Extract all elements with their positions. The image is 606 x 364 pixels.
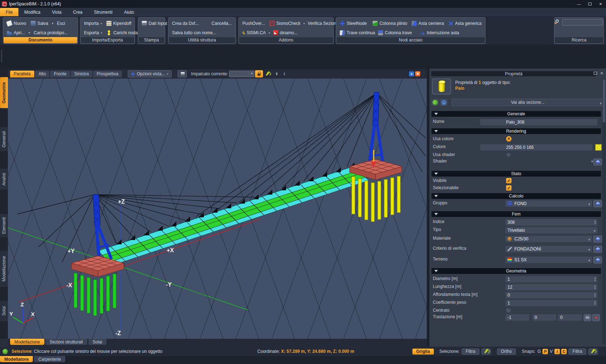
color-swatch[interactable]: [595, 144, 602, 151]
materiale-edit-button[interactable]: [593, 236, 602, 243]
filtra-selezione-button[interactable]: Filtra: [462, 349, 479, 355]
tipo-combo[interactable]: Trivellato▾: [505, 227, 597, 234]
close-view-button[interactable]: ✕: [415, 71, 420, 76]
utilita-group-label[interactable]: Utilità struttura: [169, 37, 235, 43]
gruppo-combo[interactable]: FOND▾: [505, 200, 592, 207]
level-up-icon[interactable]: ⬆: [275, 72, 278, 76]
settings-button[interactable]: [264, 70, 272, 77]
ricerca-group-label[interactable]: Ricerca: [555, 37, 603, 43]
sidebar-tab-geometrie[interactable]: Geometrie: [0, 77, 8, 108]
crea-da-dxf-button[interactable]: Crea da Dxf...: [171, 20, 200, 27]
snap-p-toggle[interactable]: P: [543, 349, 548, 354]
snap-g-toggle[interactable]: G: [537, 349, 541, 354]
view-tab-parallela[interactable]: Parallela: [10, 71, 34, 77]
menu-aiuto[interactable]: Aiuto: [118, 8, 140, 16]
traslazione-y-field[interactable]: 0: [532, 314, 556, 321]
menu-modifica[interactable]: Modifica: [18, 8, 46, 16]
section-stato[interactable]: Stato: [431, 171, 601, 177]
gruppo-edit-button[interactable]: [593, 200, 602, 207]
centrato-checkbox[interactable]: [506, 308, 511, 312]
nuovo-button[interactable]: Nuovo: [5, 20, 28, 27]
opzioni-vista-button[interactable]: Opzioni vista...▾: [128, 70, 172, 77]
snap-settings-button[interactable]: [588, 349, 598, 355]
menu-strumenti[interactable]: Strumenti: [88, 8, 118, 16]
minimize-button[interactable]: —: [574, 0, 584, 8]
view-tab-fronte[interactable]: Fronte: [50, 71, 70, 77]
section-rendering[interactable]: Rendering: [431, 128, 601, 134]
colore-field[interactable]: 255 255 0 165: [480, 144, 593, 151]
impalcato-combo[interactable]: [229, 71, 254, 77]
trave-continua-button[interactable]: Trave continua: [338, 30, 375, 36]
add-view-button[interactable]: +: [409, 71, 414, 76]
salva-dropdown-caret[interactable]: ▼: [51, 22, 54, 25]
usa-colore-checkbox[interactable]: ✕: [506, 136, 511, 142]
affondamento-field[interactable]: 0▲▼: [505, 292, 597, 298]
sismocheck-button[interactable]: ✓SismoCheck: [268, 20, 302, 27]
materiale-combo[interactable]: C25/30▾: [505, 236, 592, 242]
filtra-snap-button[interactable]: Filtra: [568, 349, 586, 355]
griglia-toggle[interactable]: Griglia: [412, 349, 434, 355]
close-button[interactable]: ✕: [595, 0, 606, 8]
criterio-combo[interactable]: FONDAZIONI▾: [505, 246, 592, 252]
salva-button[interactable]: Salva: [29, 20, 50, 27]
kipendoff-button[interactable]: Kipendoff: [105, 20, 133, 27]
nav-back-button[interactable]: ←: [431, 99, 439, 106]
section-geometria[interactable]: Geometria: [431, 268, 601, 274]
float-panel-icon[interactable]: [592, 71, 598, 76]
sidebar-tab-modellazione[interactable]: Modellazione: [0, 251, 8, 287]
toolbar-grip[interactable]: [1, 50, 3, 62]
view-tab-sinistra[interactable]: Sinistra: [71, 71, 92, 77]
apri-button[interactable]: Apri...: [5, 30, 26, 36]
doc-tab-modellazione[interactable]: Modellazione: [10, 339, 44, 345]
terreno-combo[interactable]: S1 SX▾: [505, 257, 592, 263]
right-pylon[interactable]: [369, 92, 383, 169]
snap-v-toggle[interactable]: V: [550, 349, 553, 354]
sidebar-tab-elementi[interactable]: Elementi: [0, 214, 8, 237]
selezionabile-checkbox[interactable]: ✓: [506, 185, 511, 191]
menu-vista[interactable]: Vista: [46, 8, 67, 16]
asta-cerniera-button[interactable]: Asta cerniera: [410, 20, 445, 27]
mode-tab-modellatore[interactable]: Modellatore: [0, 356, 33, 362]
filtra-settings-button[interactable]: [482, 349, 491, 355]
colonna-trave-button[interactable]: Colonna trave: [377, 30, 417, 36]
nav-forward-button[interactable]: →: [440, 99, 448, 106]
pushover-button[interactable]: PushOver...: [241, 20, 267, 27]
snap-c-toggle[interactable]: C: [561, 349, 567, 354]
dati-input-button[interactable]: Dati Input: [140, 20, 168, 27]
cancella-button[interactable]: Cancella...: [210, 20, 233, 27]
level-down-icon[interactable]: ⬇: [283, 72, 286, 76]
doc-tab-solai[interactable]: Solai: [88, 339, 107, 345]
shader-dropdown-arrow[interactable]: ▾: [591, 159, 593, 163]
addons-group-label[interactable]: Addons: [239, 37, 333, 43]
importa-button[interactable]: Importa▾: [83, 20, 104, 27]
right-piles-yellow[interactable]: [352, 176, 400, 222]
traslazione-reset-button[interactable]: ✕: [592, 314, 600, 321]
menu-file[interactable]: File: [0, 8, 18, 16]
section-generale[interactable]: Generale: [431, 111, 601, 117]
paint-view-button[interactable]: [177, 70, 187, 77]
view-tab-alto[interactable]: Alto: [35, 71, 50, 77]
nodi-acciaio-group-label[interactable]: Nodi acciaio: [337, 37, 485, 43]
apri-dropdown-caret[interactable]: ▼: [28, 31, 31, 35]
viewport-3d-canvas[interactable]: +Z -Z +Y -Y +X -X Z Y X: [8, 79, 427, 339]
search-input[interactable]: [562, 19, 603, 26]
lock-button[interactable]: [255, 70, 263, 77]
nome-field[interactable]: Palo_308: [480, 119, 597, 125]
traslazione-z-field[interactable]: 0: [558, 314, 582, 321]
steelnode-button[interactable]: SteelNode: [338, 20, 370, 27]
bridge-deck[interactable]: [98, 166, 369, 265]
shader-edit-button[interactable]: [593, 159, 602, 165]
documento-group-label[interactable]: Documento: [4, 37, 77, 43]
sidebar-tab-generali[interactable]: Generali: [0, 127, 8, 151]
snap-i-toggle[interactable]: I: [554, 349, 560, 354]
coefficiente-field[interactable]: 1▲▼: [505, 300, 597, 306]
sismica-button[interactable]: ϟSISMI.CA: [241, 30, 267, 36]
goto-section-combo[interactable]: Vai alla sezione...: [452, 99, 604, 106]
menu-crea[interactable]: Crea: [67, 8, 88, 16]
criterio-edit-button[interactable]: [593, 246, 602, 253]
sidebar-tab-analisi[interactable]: Analisi: [0, 169, 8, 190]
visibile-checkbox[interactable]: ✓: [506, 178, 511, 183]
sidebar-tab-solai[interactable]: Solai: [0, 301, 8, 321]
indice-field[interactable]: 308▲▼: [505, 219, 597, 226]
diametro-field[interactable]: 1▲▼: [505, 276, 597, 283]
